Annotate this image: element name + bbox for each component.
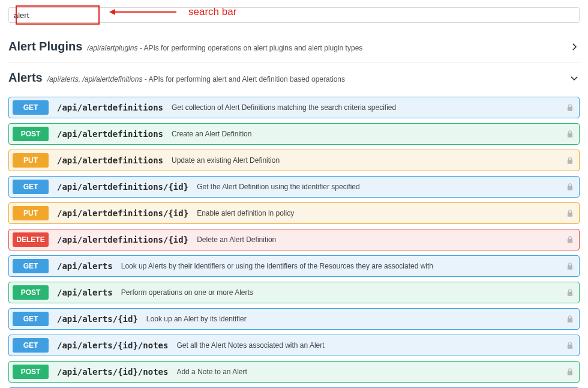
lock-icon[interactable]: [566, 262, 574, 270]
method-badge: POST: [13, 365, 49, 379]
operation-row[interactable]: PUT/api/alertdefinitions/{id}Enable aler…: [8, 202, 580, 224]
search-input[interactable]: [8, 7, 580, 23]
chevron-down-icon: [569, 73, 580, 83]
lock-icon[interactable]: [566, 209, 574, 217]
method-badge: PUT: [13, 153, 49, 168]
operation-summary: Get the Alert Definition using the ident…: [197, 183, 557, 191]
operation-row[interactable]: POST/api/alertsPerform operations on one…: [8, 282, 580, 303]
lock-icon[interactable]: [566, 288, 574, 297]
section-alerts[interactable]: Alerts /api/alerts, /api/alertdefinition…: [8, 65, 580, 92]
operation-row[interactable]: GET/api/alerts/{id}Look up an Alert by i…: [8, 308, 580, 330]
operation-row[interactable]: PUT/api/alertdefinitionsUpdate an existi…: [8, 150, 580, 171]
operation-summary: Delete an Alert Definition: [197, 235, 557, 244]
operation-summary: Get all the Alert Notes associated with …: [176, 341, 557, 350]
operation-summary: Look up Alerts by their identifiers or u…: [121, 262, 557, 270]
method-badge: GET: [13, 100, 49, 115]
lock-icon[interactable]: [566, 341, 574, 350]
section-divider: [8, 62, 580, 62]
lock-icon[interactable]: [566, 103, 574, 112]
method-badge: PUT: [13, 206, 49, 220]
operation-row[interactable]: POST/api/alertdefinitionsCreate an Alert…: [8, 123, 580, 145]
method-badge: POST: [13, 127, 49, 141]
operation-summary: Get collection of Alert Definitions matc…: [172, 103, 557, 112]
lock-icon[interactable]: [566, 235, 574, 244]
operation-summary: Perform operations on one or more Alerts: [121, 288, 557, 297]
lock-icon[interactable]: [566, 183, 574, 191]
operation-path: /api/alertdefinitions/{id}: [57, 235, 188, 244]
operation-summary: Create an Alert Definition: [172, 130, 557, 138]
operation-row[interactable]: GET/api/alertdefinitionsGet collection o…: [8, 97, 580, 118]
method-badge: POST: [13, 285, 49, 300]
operation-row[interactable]: DELETE/api/alertdefinitions/{id}Delete a…: [8, 229, 580, 250]
operation-path: /api/alerts: [57, 261, 113, 271]
operation-row[interactable]: GET/api/alertdefinitions/{id}Get the Ale…: [8, 176, 580, 198]
operation-path: /api/alertdefinitions: [57, 156, 163, 165]
lock-icon[interactable]: [566, 156, 574, 165]
operation-summary: Add a Note to an Alert: [176, 368, 557, 376]
operation-path: /api/alerts: [57, 288, 113, 297]
chevron-right-icon: [569, 41, 580, 52]
operations-list: GET/api/alertdefinitionsGet collection o…: [8, 97, 580, 388]
operation-path: /api/alertdefinitions/{id}: [57, 182, 188, 192]
section-subtitle: /api/alertplugins - APIs for performing …: [87, 44, 362, 52]
section-subtitle: /api/alerts, /api/alertdefinitions - API…: [47, 75, 345, 83]
operation-path: /api/alertdefinitions: [57, 103, 163, 112]
operation-path: /api/alertdefinitions/{id}: [57, 208, 188, 218]
method-badge: GET: [13, 312, 49, 326]
section-title: Alert Plugins: [8, 40, 82, 53]
operation-path: /api/alertdefinitions: [57, 129, 163, 139]
operation-path: /api/alerts/{id}/notes: [57, 367, 168, 377]
operation-row[interactable]: POST/api/alerts/{id}/notesAdd a Note to …: [8, 361, 580, 383]
method-badge: DELETE: [13, 232, 49, 247]
section-title: Alerts: [8, 71, 43, 85]
operation-path: /api/alerts/{id}: [57, 314, 138, 324]
section-alert-plugins[interactable]: Alert Plugins /api/alertplugins - APIs f…: [8, 34, 580, 61]
search-bar-container: search bar: [8, 7, 580, 23]
method-badge: GET: [13, 180, 49, 194]
operation-path: /api/alerts/{id}/notes: [57, 341, 168, 350]
lock-icon[interactable]: [566, 315, 574, 323]
method-badge: GET: [13, 338, 49, 353]
operation-row[interactable]: GET/api/alertsLook up Alerts by their id…: [8, 255, 580, 277]
operation-summary: Look up an Alert by its identifier: [146, 315, 557, 323]
operation-row[interactable]: GET/api/alerts/{id}/notesGet all the Ale…: [8, 335, 580, 356]
method-badge: GET: [13, 259, 49, 273]
operation-summary: Update an existing Alert Definition: [172, 156, 557, 165]
operation-summary: Enable alert definition in policy: [197, 209, 557, 217]
lock-icon[interactable]: [566, 368, 574, 376]
lock-icon[interactable]: [566, 130, 574, 138]
